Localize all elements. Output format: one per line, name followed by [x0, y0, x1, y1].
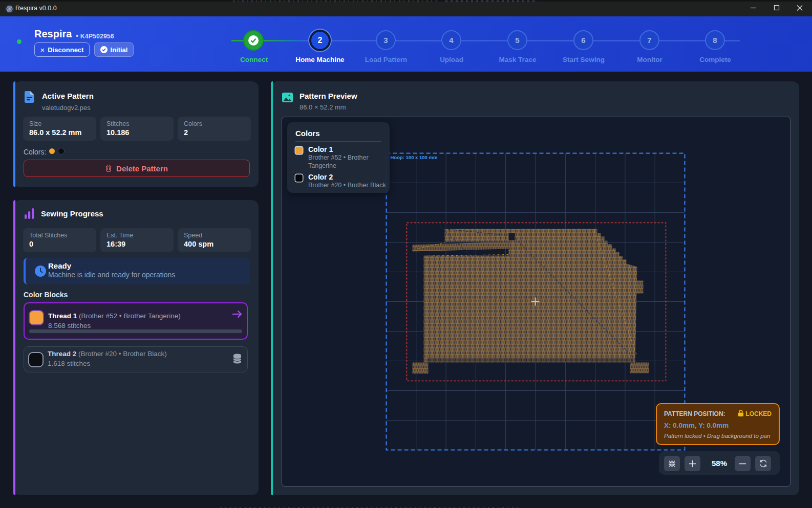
svg-text:Hoop: 100 x 100 mm: Hoop: 100 x 100 mm [391, 154, 438, 160]
